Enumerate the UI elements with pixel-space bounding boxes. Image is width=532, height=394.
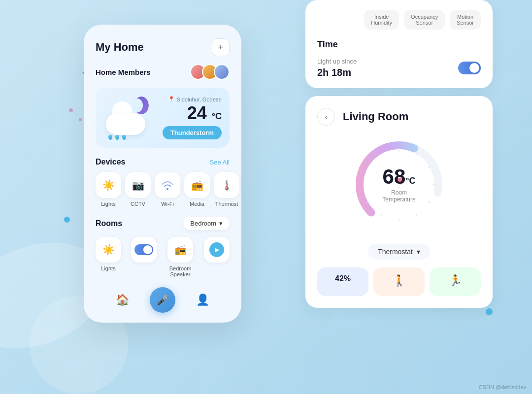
device-item-wifi[interactable]: Wi-Fi: [155, 172, 180, 207]
play-icon-box: ▶: [204, 237, 230, 263]
weather-badge: Thunderstorm: [163, 126, 222, 139]
temperature-gauge: 68°C Room Temperature: [350, 135, 448, 234]
devices-grid: ☀️ Lights 📷 CCTV Wi-Fi 📻 Media 🌡️ Thermo…: [96, 172, 230, 207]
weather-icon: [103, 96, 153, 140]
phone-header: My Home +: [96, 38, 230, 56]
rain-drop: [115, 135, 119, 140]
back-button[interactable]: ‹: [317, 108, 335, 126]
sensor-card: InsideHumidity OccupancySensor MotionSen…: [305, 0, 493, 88]
motion-tile: 🏃: [430, 267, 481, 296]
device-label: CCTV: [131, 201, 145, 207]
device-item-media[interactable]: 📻 Media: [184, 172, 210, 207]
user-nav-icon[interactable]: 👤: [196, 294, 209, 306]
device-label: Thermost: [215, 201, 238, 207]
right-panel: InsideHumidity OccupancySensor MotionSen…: [305, 0, 493, 308]
device-item-cctv[interactable]: 📷 CCTV: [125, 172, 151, 207]
humidity-tile: 42%: [317, 267, 368, 296]
room-item-speaker: 📻 Bedroom Speaker: [166, 237, 194, 277]
living-room-card: ‹ Living Room: [305, 96, 493, 308]
avatar: [214, 64, 230, 80]
rain-drop: [122, 135, 126, 140]
device-item-lights[interactable]: ☀️ Lights: [96, 172, 121, 207]
device-label: Lights: [101, 201, 115, 207]
add-button[interactable]: +: [212, 38, 230, 56]
gauge-center: 68°C Room Temperature: [374, 166, 424, 203]
time-toggle[interactable]: [458, 62, 481, 74]
time-row: Light up since 2h 18m: [317, 58, 481, 78]
device-item-thermostat[interactable]: 🌡️ Thermost: [214, 172, 239, 207]
wifi-icon-box: [155, 172, 180, 198]
devices-title: Devices: [96, 158, 126, 166]
phone-card: My Home + Home Members �: [84, 25, 241, 323]
svg-line-6: [428, 201, 431, 203]
person-icon: 🚶: [379, 274, 419, 287]
lights-toggle[interactable]: [134, 244, 153, 255]
devices-header: Devices See All: [96, 158, 230, 166]
moon-inner: [132, 98, 143, 112]
rain-drops: [108, 135, 126, 140]
home-members-label: Home Members: [96, 68, 151, 76]
tab-motion-sensor[interactable]: MotionSensor: [450, 10, 481, 30]
mic-button[interactable]: 🎤: [150, 287, 175, 313]
home-members-row: Home Members: [96, 64, 230, 80]
toggle-knob: [143, 245, 152, 254]
play-icon: ▶: [209, 242, 224, 257]
cctv-icon-box: 📷: [125, 172, 151, 198]
room-item-lights: ☀️ Lights: [96, 237, 121, 271]
speaker-icon-box: 📻: [167, 237, 193, 263]
sensor-tiles: 42% 🚶 🏃: [317, 267, 481, 296]
bottom-nav: 🏠 🎤 👤: [96, 287, 230, 313]
dot-decoration-3: [69, 108, 73, 112]
chevron-down-icon: ▾: [219, 220, 223, 227]
see-all-button[interactable]: See All: [210, 159, 230, 166]
living-room-header: ‹ Living Room: [317, 108, 481, 126]
weather-location: 📍 Sidoluhur, Godean: [163, 96, 222, 102]
weather-card: 📍 Sidoluhur, Godean 24 °C Thunderstorm: [96, 88, 230, 148]
svg-line-9: [381, 214, 382, 216]
thermostat-dropdown-container: Thermostat ▾: [317, 244, 481, 260]
light-up-info: Light up since 2h 18m: [317, 58, 357, 78]
dot-decoration: [64, 217, 70, 223]
time-label: Time: [317, 39, 481, 50]
device-label: Wi-Fi: [161, 201, 174, 207]
bedroom-dropdown[interactable]: Bedroom ▾: [183, 217, 230, 230]
device-label: Media: [190, 201, 204, 207]
temp-unit: °C: [212, 111, 222, 121]
gauge-temperature: 68°C: [374, 166, 424, 187]
room-items: ☀️ Lights 📻 Bedroom Speaker ▶: [96, 237, 230, 277]
occupancy-tile: 🚶: [373, 267, 425, 296]
rain-drop: [108, 135, 112, 140]
humidity-value: 42%: [323, 274, 363, 283]
cloud-body: [106, 113, 145, 135]
home-nav-icon[interactable]: 🏠: [116, 294, 129, 306]
thermostat-select[interactable]: Thermostat ▾: [368, 244, 430, 260]
lights-icon-box: ☀️: [96, 172, 121, 198]
thermostat-label: Thermostat: [378, 248, 413, 256]
room-label: Lights: [101, 265, 115, 271]
moon-icon: [134, 97, 149, 114]
time-section: Time Light up since 2h 18m: [317, 39, 481, 78]
lights-toggle-box: [131, 237, 157, 263]
svg-line-7: [416, 214, 417, 216]
room-item-toggle[interactable]: [131, 237, 157, 263]
weather-temperature: 24 °C: [163, 104, 222, 122]
time-value: 2h 18m: [317, 67, 357, 78]
living-room-title: Living Room: [343, 110, 408, 123]
location-pin-icon: 📍: [168, 96, 175, 102]
tab-occupancy-sensor[interactable]: OccupancySensor: [404, 10, 445, 30]
media-icon-box: 📻: [184, 172, 210, 198]
tab-inside-humidity[interactable]: InsideHumidity: [364, 10, 399, 30]
motion-icon: 🏃: [435, 274, 475, 287]
sensor-tabs: InsideHumidity OccupancySensor MotionSen…: [317, 10, 481, 30]
weather-info: 📍 Sidoluhur, Godean 24 °C Thunderstorm: [163, 96, 222, 139]
chevron-down-icon: ▾: [417, 248, 420, 256]
gauge-unit: °C: [405, 176, 415, 186]
room-item-play[interactable]: ▶: [204, 237, 230, 263]
room-label: Bedroom Speaker: [166, 265, 194, 277]
thermostat-icon-box: 🌡️: [214, 172, 239, 198]
watermark: CSDN @defdsddev: [479, 384, 526, 390]
lights-room-icon: ☀️: [96, 237, 121, 263]
dot-decoration-2: [486, 308, 493, 315]
gauge-container: 68°C Room Temperature: [317, 135, 481, 234]
rooms-title: Rooms: [96, 219, 122, 228]
